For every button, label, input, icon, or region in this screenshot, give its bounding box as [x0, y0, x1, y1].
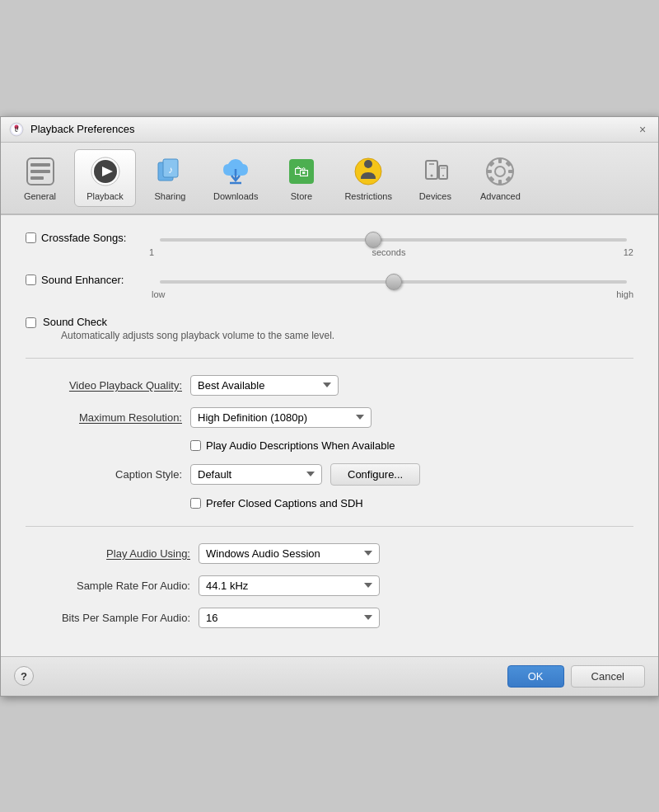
downloads-icon [219, 155, 252, 188]
svg-rect-27 [439, 166, 447, 179]
play-audio-label: Play Audio Using: [26, 547, 199, 560]
crossfade-label: Crossfade Songs: [41, 232, 126, 244]
max-resolution-row: Maximum Resolution: High Definition (108… [26, 407, 633, 428]
audio-desc-checkbox[interactable] [190, 440, 201, 451]
closed-captions-row: Prefer Closed Captions and SDH [190, 497, 633, 509]
svg-rect-35 [508, 170, 513, 173]
crossfade-hints: 1 seconds 12 [26, 247, 633, 257]
crossfade-hint-left: 1 [149, 247, 154, 257]
store-icon: 🛍 [285, 155, 318, 188]
tab-restrictions[interactable]: Restrictions [335, 149, 400, 207]
bits-row: Bits Per Sample For Audio: 162432 [26, 608, 633, 628]
sound-enhancer-hint-right: high [616, 289, 633, 299]
svg-point-26 [431, 174, 433, 176]
video-quality-row: Video Playback Quality: Best AvailableGo… [26, 375, 633, 396]
itunes-icon [9, 122, 24, 137]
title-bar-left: Playback Preferences [9, 122, 134, 137]
audio-desc-label: Play Audio Descriptions When Available [206, 439, 395, 452]
tab-store[interactable]: 🛍 Store [270, 149, 332, 207]
divider-1 [26, 358, 633, 359]
sound-enhancer-slider[interactable] [160, 280, 627, 284]
svg-point-31 [495, 167, 505, 176]
svg-point-29 [442, 175, 444, 176]
sound-enhancer-hint-left: low [152, 289, 166, 299]
tab-advanced[interactable]: Advanced [470, 149, 531, 207]
sound-enhancer-slider-container [153, 274, 633, 286]
sample-rate-label: Sample Rate For Audio: [26, 580, 199, 592]
svg-rect-8 [30, 176, 44, 180]
toolbar: General Playback ♪ [1, 143, 658, 215]
restrictions-icon [352, 155, 385, 188]
caption-style-select[interactable]: DefaultNoneCustom [190, 464, 322, 485]
sample-rate-row: Sample Rate For Audio: 44.1 kHz48 kHz96 … [26, 575, 633, 596]
devices-icon [418, 155, 451, 188]
crossfade-hint-center: seconds [372, 247, 405, 257]
sharing-icon: ♪ [154, 155, 187, 188]
play-audio-select[interactable]: Windows Audio SessionDirectSoundWASAPI [199, 543, 380, 564]
configure-button[interactable]: Configure... [330, 463, 420, 486]
playback-icon [89, 155, 122, 188]
sound-check-row: Sound Check Automatically adjusts song p… [26, 316, 633, 341]
max-resolution-select[interactable]: High Definition (1080p)High Definition (… [190, 407, 372, 428]
crossfade-hint-right: 12 [624, 247, 633, 257]
svg-text:♪: ♪ [168, 164, 173, 176]
crossfade-slider-container [153, 232, 633, 244]
svg-rect-6 [30, 163, 50, 167]
crossfade-row: Crossfade Songs: [26, 232, 633, 244]
devices-label: Devices [419, 191, 451, 201]
sound-enhancer-section: Sound Enhancer: low high [26, 274, 633, 299]
sharing-label: Sharing [155, 191, 186, 201]
svg-rect-4 [17, 126, 18, 129]
crossfade-section: Crossfade Songs: 1 seconds 12 [26, 232, 633, 257]
general-label: General [24, 191, 56, 201]
restrictions-label: Restrictions [344, 191, 391, 201]
downloads-label: Downloads [213, 191, 258, 201]
close-button[interactable]: × [635, 122, 650, 137]
svg-rect-3 [16, 127, 16, 131]
sound-check-label: Sound Check [43, 316, 107, 328]
content-area: Crossfade Songs: 1 seconds 12 Sound Enha… [1, 215, 658, 656]
svg-rect-34 [487, 170, 492, 173]
help-button[interactable]: ? [14, 666, 34, 686]
closed-captions-label: Prefer Closed Captions and SDH [206, 497, 363, 509]
svg-rect-7 [30, 170, 50, 173]
sound-enhancer-label: Sound Enhancer: [41, 274, 124, 286]
cancel-button[interactable]: Cancel [571, 665, 645, 688]
caption-style-row: Caption Style: DefaultNoneCustom Configu… [26, 463, 633, 486]
video-quality-label: Video Playback Quality: [26, 379, 190, 392]
store-label: Store [291, 191, 312, 201]
sound-check-section: Sound Check Automatically adjusts song p… [26, 316, 633, 341]
general-icon [24, 155, 57, 188]
divider-2 [26, 526, 633, 527]
sound-enhancer-checkbox[interactable] [26, 275, 36, 285]
sound-check-content: Sound Check Automatically adjusts song p… [43, 316, 334, 341]
closed-captions-checkbox[interactable] [190, 498, 201, 509]
bits-select[interactable]: 162432 [199, 608, 380, 628]
ok-button[interactable]: OK [507, 665, 564, 688]
crossfade-checkbox[interactable] [26, 232, 36, 243]
tab-playback[interactable]: Playback [74, 149, 136, 207]
crossfade-slider[interactable] [160, 238, 627, 242]
tab-downloads[interactable]: Downloads [204, 149, 267, 207]
tab-devices[interactable]: Devices [404, 149, 466, 207]
sound-enhancer-row: Sound Enhancer: [26, 274, 633, 286]
footer: ? OK Cancel [1, 656, 658, 696]
video-quality-select[interactable]: Best AvailableGoodBetterBest [190, 375, 339, 396]
sound-check-description: Automatically adjusts song playback volu… [61, 330, 334, 341]
svg-point-22 [364, 160, 372, 168]
svg-text:🛍: 🛍 [294, 163, 309, 180]
svg-rect-32 [498, 158, 502, 163]
bits-label: Bits Per Sample For Audio: [26, 612, 199, 624]
advanced-icon [484, 155, 516, 188]
playback-label: Playback [86, 191, 124, 201]
max-resolution-label: Maximum Resolution: [26, 411, 190, 424]
title-bar: Playback Preferences × [1, 117, 658, 143]
tab-general[interactable]: General [9, 149, 71, 207]
sound-check-checkbox[interactable] [26, 317, 36, 328]
footer-buttons: OK Cancel [507, 665, 645, 688]
tab-sharing[interactable]: ♪ Sharing [139, 149, 201, 207]
svg-rect-33 [498, 180, 502, 185]
footer-left: ? [14, 666, 34, 686]
sample-rate-select[interactable]: 44.1 kHz48 kHz96 kHz [199, 575, 380, 596]
caption-style-label: Caption Style: [26, 468, 190, 481]
